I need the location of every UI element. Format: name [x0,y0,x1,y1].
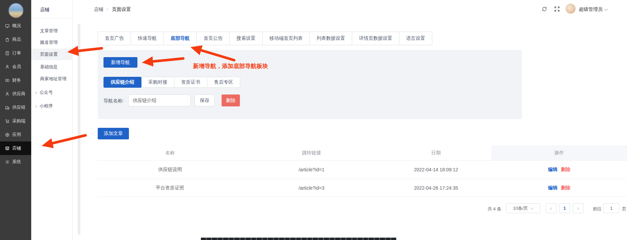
breadcrumb-page-settings: 页面设置 [112,6,131,13]
column-header-actions: 操作 [491,145,627,160]
tab-search-settings[interactable]: 搜索设置 [230,32,263,45]
chevron-right-icon: › [35,90,37,95]
tab-mobile-home-list[interactable]: 移动端首页列表 [263,32,310,45]
annotation-text: 新增导航，添加底部导航板块 [193,62,268,70]
chevron-right-icon: › [35,103,37,109]
nav-name-label: 导航名称: [103,98,124,104]
article-actions-cell: 编辑 删除 [491,160,627,179]
cart-icon [5,119,10,124]
sidebar-item-members[interactable]: 会员 [0,60,31,73]
sidebar-item-overview[interactable]: 概况 [0,19,31,33]
goto-page-input[interactable] [603,203,619,213]
sidebar-item-goods[interactable]: 商品 [0,33,31,46]
sidebar-item-label: 供应链 [12,104,25,110]
submenu-item-label: 文章管理 [40,28,58,34]
article-date-cell: 2022-04-14 18:09:12 [381,160,491,179]
submenu-title: 店铺 [40,7,50,13]
goto-label: 前往 [593,206,602,212]
submenu-group-label: 公众号 [40,89,53,96]
submenu-group-label: 小程序 [40,103,53,109]
storefront-icon [5,146,10,151]
admin-app: 概况 商品 订单 会员 财务 供应商 供应链 采购端 应用 店铺 系统 店铺 [0,0,644,240]
page-size-select[interactable]: 10条/页 [506,203,540,213]
current-page-button[interactable]: 1 [559,203,570,213]
tab-home-notice[interactable]: 首页公告 [197,32,230,45]
article-actions-cell: 编辑 删除 [491,179,627,196]
edit-link[interactable]: 编辑 [548,185,557,191]
tab-detail-data-settings[interactable]: 详情页数据设置 [352,32,399,45]
page-unit-label: 页 [622,206,626,212]
submenu-divider [31,18,73,18]
prev-page-button[interactable]: ‹ [546,203,556,213]
add-nav-button[interactable]: 新增导航 [103,57,137,68]
nav-name-input[interactable] [128,95,191,106]
tab-home-ads[interactable]: 首页广告 [98,32,131,45]
bag-icon [5,37,10,42]
delete-link[interactable]: 删除 [561,185,570,191]
subtab-qualification-cert[interactable]: 资质证书 [174,77,207,88]
subtab-supply-chain-intro[interactable]: 供应链介绍 [103,77,141,88]
column-header-name: 名称 [98,145,242,160]
banknote-icon [5,78,10,83]
monitor-icon [5,23,10,29]
article-date-cell: 2022-04-26 17:24:35 [381,179,491,196]
add-article-button[interactable]: 添加文章 [98,128,129,139]
sidebar-item-apps[interactable]: 应用 [0,128,31,141]
sidebar-item-orders[interactable]: 订单 [0,46,31,60]
sidebar-item-supply-chain[interactable]: 供应链 [0,101,31,114]
subtab-procurement-docking[interactable]: 采购对接 [141,77,174,88]
footer-nav-subtabs: 供应链介绍 采购对接 资质证书 售后专区 [103,77,240,88]
truck-icon [5,105,10,110]
pagination-total: 共 4 条 [488,206,501,212]
article-name-cell: 供应链说明 [98,160,242,179]
submenu-item-label: 基础信息 [40,64,58,70]
sidebar-item-suppliers[interactable]: 供应商 [0,87,31,101]
subtab-after-sales-zone[interactable]: 售后专区 [207,77,240,88]
edit-link[interactable]: 编辑 [548,167,557,173]
article-name-cell: 平台资质证照 [98,179,242,196]
chevron-down-icon[interactable] [604,7,608,11]
clipboard-icon [5,51,10,56]
tab-footer-nav[interactable]: 底部导航 [164,32,197,45]
sidebar-item-label: 会员 [12,64,21,70]
sidebar-item-shop[interactable]: 店铺 [0,141,31,155]
tab-list-data-settings[interactable]: 列表数据设置 [310,32,352,45]
column-header-date: 日期 [381,145,491,160]
username[interactable]: 超级管理员 [579,6,603,13]
sidebar-item-label: 应用 [12,132,21,138]
sidebar-item-label: 供应商 [12,91,25,97]
supplier-user-icon [5,91,10,97]
page-settings-tabs: 首页广告 快速导航 底部导航 首页公告 搜索设置 移动端首页列表 列表数据设置 … [98,32,432,45]
refresh-icon[interactable] [542,6,547,13]
submenu-group-official-account[interactable]: › 公众号 [31,87,73,98]
submenu-item-merchant-address[interactable]: 商家地址管理 [31,73,73,85]
submenu-item-label: 频道管理 [40,39,58,46]
table-row: 平台资质证照 /article?id=3 2022-04-26 17:24:35… [98,179,627,197]
sidebar-item-procurement[interactable]: 采购端 [0,114,31,128]
submenu-item-article-management[interactable]: 文章管理 [31,25,73,37]
submenu-item-page-settings[interactable]: 页面设置 [31,49,73,60]
breadcrumb-shop[interactable]: 店铺 [94,6,103,13]
submenu-group-mini-program[interactable]: › 小程序 [31,100,73,112]
save-button[interactable]: 保存 [194,95,215,106]
delete-nav-button[interactable]: 删除 [222,95,240,106]
submenu-item-label: 页面设置 [40,51,58,57]
scrollbar-track[interactable] [78,24,80,235]
user-avatar[interactable] [565,3,576,14]
sidebar-item-system[interactable]: 系统 [0,155,31,169]
sidebar-item-finance[interactable]: 财务 [0,73,31,87]
tab-quick-nav[interactable]: 快速导航 [131,32,164,45]
submenu-item-basic-info[interactable]: 基础信息 [31,61,73,73]
store-logo-avatar[interactable] [8,3,24,18]
next-page-button[interactable]: › [573,203,584,213]
submenu-item-channel-management[interactable]: 频道管理 [31,37,73,48]
sidebar-item-label: 系统 [12,159,21,165]
tab-language-settings[interactable]: 语言设置 [399,32,432,45]
article-link-cell: /article?id=3 [242,179,381,196]
table-row: 供应链说明 /article?id=1 2022-04-14 18:09:12 … [98,160,627,179]
table-header-row: 名称 跳转链接 日期 操作 [98,145,627,160]
articles-table: 名称 跳转链接 日期 操作 供应链说明 /article?id=1 2022-0… [98,145,627,197]
fullscreen-icon[interactable] [554,6,560,13]
apps-wheel-icon [5,132,10,137]
delete-link[interactable]: 删除 [561,167,570,173]
